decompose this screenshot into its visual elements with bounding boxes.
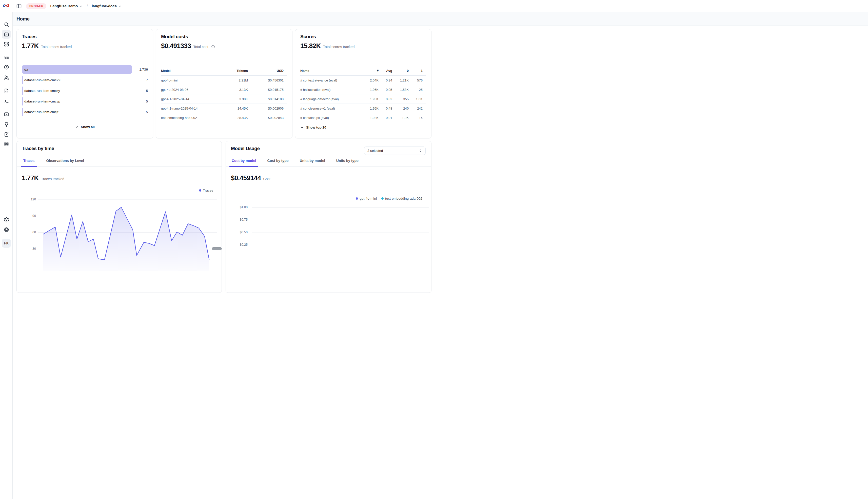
column-header: Tokens bbox=[217, 69, 248, 73]
table-cell: # language-detector (eval) bbox=[300, 97, 364, 101]
sidebar-item-sessions[interactable] bbox=[2, 63, 11, 72]
column-header: 1 bbox=[409, 69, 423, 73]
tab-traces[interactable]: Traces bbox=[21, 159, 37, 167]
sidebar-item-users[interactable] bbox=[2, 73, 11, 82]
table-cell: $0.014108 bbox=[248, 97, 284, 101]
trace-name-row[interactable]: qa1,736 bbox=[22, 65, 148, 74]
score-row: # contextrelevance (eval)2.04K0.341.21K5… bbox=[300, 76, 426, 85]
square-percent-icon bbox=[4, 112, 9, 117]
table-cell: 1.95K bbox=[364, 107, 379, 110]
table-cell: # hallucination (eval) bbox=[300, 88, 364, 92]
legend-item: text-embedding-ada-002 bbox=[381, 197, 423, 200]
sidebar-toggle-button[interactable] bbox=[16, 3, 22, 9]
table-cell: 2.04K bbox=[364, 78, 379, 82]
y-axis-tick: 90 bbox=[24, 214, 36, 218]
trace-count-bar bbox=[22, 76, 23, 84]
legend-item: Traces bbox=[199, 188, 213, 192]
usage-cost-metric: $0.459144 bbox=[231, 174, 261, 182]
trace-name-label: dataset-run-item-cmcjf bbox=[24, 108, 58, 116]
show-all-button[interactable]: Show all bbox=[75, 125, 95, 129]
total-cost-label: Total cost bbox=[193, 45, 208, 49]
y-axis-tick: $0.50 bbox=[231, 231, 248, 234]
sidebar-item-support[interactable] bbox=[2, 225, 11, 234]
tab-units-by-model[interactable]: Units by model bbox=[297, 159, 327, 167]
model-select[interactable]: 2 selected bbox=[364, 146, 426, 155]
sidebar-item-playground[interactable] bbox=[2, 96, 11, 106]
tab-cost-by-type[interactable]: Cost by type bbox=[265, 159, 291, 167]
sidebar-item-search[interactable] bbox=[2, 20, 11, 29]
traces-bar-list: qa1,736dataset-run-item-cmc297dataset-ru… bbox=[22, 65, 148, 119]
trace-name-row[interactable]: dataset-run-item-cmcvp5 bbox=[22, 97, 148, 106]
list-tree-icon bbox=[4, 54, 9, 60]
table-cell: # conciseness-v1 (eval) bbox=[300, 107, 364, 110]
table-cell: 355 bbox=[392, 97, 409, 101]
table-cell: gpt-4o-2024-08-06 bbox=[161, 88, 217, 92]
table-cell: 0.34 bbox=[379, 78, 392, 82]
table-cell: 0.05 bbox=[379, 88, 392, 92]
file-code-icon bbox=[4, 88, 9, 94]
horizontal-scrollbar-thumb[interactable] bbox=[212, 247, 222, 250]
page-header: Home bbox=[13, 12, 434, 26]
traces-tracked-metric: 1.77K bbox=[22, 174, 39, 182]
table-cell: # contains-pii (eval) bbox=[300, 116, 364, 120]
table-header: Name#Avg01 bbox=[300, 66, 426, 76]
traces-chart-legend: Traces bbox=[199, 188, 213, 192]
table-cell: $0.456301 bbox=[248, 78, 284, 82]
table-cell: 1.21K bbox=[392, 78, 409, 82]
score-row: # hallucination (eval)1.96K0.051.58K25 bbox=[300, 85, 426, 94]
table-cell: $0.015175 bbox=[248, 88, 284, 92]
legend-dot bbox=[199, 189, 201, 192]
tab-observations-by-level[interactable]: Observations by Level bbox=[44, 159, 86, 167]
tab-cost-by-model[interactable]: Cost by model bbox=[229, 159, 258, 167]
trace-name-row[interactable]: dataset-run-item-cmcky5 bbox=[22, 87, 148, 95]
show-top-20-button[interactable]: Show top 20 bbox=[300, 125, 326, 129]
project-switcher[interactable]: langfuse-docs bbox=[92, 4, 121, 8]
column-header: USD bbox=[248, 69, 284, 73]
sidebar-item-annotations[interactable] bbox=[2, 120, 11, 129]
column-header: Avg bbox=[379, 69, 392, 73]
traces-tracked-label: Traces tracked bbox=[41, 177, 64, 181]
chevron-down-icon bbox=[118, 4, 122, 8]
info-icon[interactable] bbox=[211, 45, 215, 50]
legend-label: Traces bbox=[203, 188, 213, 192]
sidebar-item-evaluation[interactable] bbox=[2, 110, 11, 119]
trace-count-bar bbox=[22, 87, 23, 95]
traces-by-time-tabs: TracesObservations by Level bbox=[17, 159, 222, 167]
user-avatar[interactable]: FK bbox=[2, 239, 11, 248]
search-icon bbox=[4, 22, 9, 27]
y-axis-tick: $0.75 bbox=[231, 218, 248, 221]
langfuse-logo-icon bbox=[3, 2, 10, 9]
sidebar-item-prompts[interactable] bbox=[2, 87, 11, 96]
gridline bbox=[252, 207, 429, 208]
trace-name-row[interactable]: dataset-run-item-cmc297 bbox=[22, 76, 148, 84]
scores-card: Scores 15.82K Total scores tracked Name#… bbox=[295, 29, 431, 138]
table-header: ModelTokensUSD bbox=[161, 66, 287, 76]
model-usage-tabs: Cost by modelCost by typeUnits by modelU… bbox=[226, 159, 431, 167]
layout-dashboard-icon bbox=[4, 41, 9, 47]
trace-name-label: dataset-run-item-cmcvp bbox=[24, 97, 60, 106]
trace-count-bar bbox=[22, 108, 23, 116]
y-axis-tick: 120 bbox=[24, 198, 36, 201]
table-cell: $0.002843 bbox=[248, 116, 284, 120]
tab-units-by-type[interactable]: Units by type bbox=[334, 159, 361, 167]
lightbulb-icon bbox=[4, 122, 9, 127]
trace-name-label: dataset-run-item-cmc29 bbox=[24, 76, 60, 84]
legend-dot bbox=[381, 197, 384, 200]
sidebar-item-tracing[interactable] bbox=[2, 53, 11, 62]
org-switcher[interactable]: Langfuse Demo bbox=[50, 4, 83, 8]
column-header: Model bbox=[161, 69, 217, 73]
sidebar-item-database[interactable] bbox=[2, 140, 11, 149]
y-axis-tick: $0.25 bbox=[231, 243, 248, 246]
sidebar-item-settings[interactable] bbox=[2, 215, 11, 224]
model-usage-title: Model Usage bbox=[231, 146, 260, 151]
sidebar-item-datasets[interactable] bbox=[2, 130, 11, 139]
page-title: Home bbox=[16, 12, 29, 26]
table-cell: 240 bbox=[392, 107, 409, 110]
traces-card-title: Traces bbox=[22, 34, 36, 39]
sidebar-item-dashboards[interactable] bbox=[2, 39, 11, 49]
table-cell: 14.45K bbox=[217, 107, 248, 110]
model-cost-row: gpt-4o-2024-08-063.13K$0.015175 bbox=[161, 85, 287, 94]
database-icon bbox=[4, 142, 9, 147]
trace-name-row[interactable]: dataset-run-item-cmcjf5 bbox=[22, 108, 148, 116]
sidebar-item-home[interactable] bbox=[2, 29, 11, 39]
